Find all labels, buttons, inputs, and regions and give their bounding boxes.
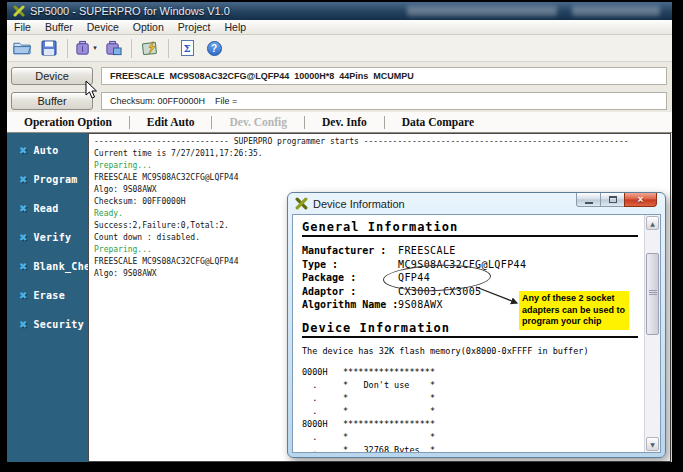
info-row-label: Adaptor :	[302, 285, 398, 299]
floppy-disk-icon	[41, 40, 57, 56]
general-information-heading: General Information	[302, 220, 644, 234]
buffer-button[interactable]: Buffer	[11, 92, 93, 110]
sidebar-item-label: Erase	[33, 290, 65, 301]
open-file-button[interactable]	[10, 37, 34, 60]
xeltek-x-icon: ✖	[19, 319, 27, 330]
dialog-logo-icon	[295, 197, 308, 210]
info-row: Manufacturer : FREESCALE	[302, 244, 644, 258]
scrollbar-thumb[interactable]	[646, 253, 659, 335]
help-question-icon: ?	[207, 41, 222, 56]
sidebar-item-label: Verify	[33, 232, 71, 243]
memory-map-line: . * Don't use *	[302, 379, 644, 392]
device-info-well: FREESCALE MC9S08AC32CFG@LQFP44 10000H*8 …	[101, 67, 667, 85]
scroll-down-button[interactable]: ▼	[646, 437, 659, 451]
save-buffer-button[interactable]	[37, 37, 61, 60]
sidebar-item-label: Read	[33, 203, 58, 214]
sidebar-function-item[interactable]: ✖ Security	[7, 316, 88, 332]
checksum-text: Checksum: 00FF0000H File =	[110, 96, 237, 106]
toolbar: ▾ Σ ?	[7, 35, 672, 62]
checksum-button[interactable]: Σ	[175, 37, 199, 60]
device-chip-save-icon	[105, 40, 122, 56]
log-line: Current time is 7/27/2011,17:26:35.	[94, 148, 670, 160]
tab[interactable]: Dev. Config	[212, 116, 305, 129]
auto-device-button[interactable]	[101, 37, 125, 60]
info-row-label: Algorithm Name :	[302, 298, 398, 312]
memory-map: 0000H ****************** . * Don't use *…	[302, 366, 644, 453]
app-logo-icon	[13, 5, 25, 17]
sidebar-item-label: Auto	[33, 145, 58, 156]
maximize-icon	[609, 196, 617, 203]
close-icon: ×	[638, 195, 644, 205]
tab[interactable]: Edit Auto	[130, 116, 213, 129]
menu-item[interactable]: Help	[217, 20, 253, 34]
section-divider	[302, 235, 638, 237]
close-button[interactable]: ×	[624, 193, 657, 207]
dialog-body: General Information Manufacturer : FREES…	[292, 214, 661, 453]
device-row: Device FREESCALE MC9S08AC32CFG@LQFP44 10…	[7, 62, 672, 88]
tab-bar: Operation Option Edit Auto Dev. Config D…	[7, 112, 672, 133]
sidebar-function-item[interactable]: ✖ Program	[7, 171, 88, 187]
socket-adapter-note: Any of these 2 socket adapters can be us…	[519, 291, 629, 330]
dialog-content: General Information Manufacturer : FREES…	[293, 215, 644, 452]
buffer-row: Buffer Checksum: 00FF0000H File =	[7, 88, 672, 112]
memory-map-line: 8000H ******************	[302, 418, 644, 431]
menu-item[interactable]: File	[7, 20, 38, 34]
dropdown-arrow-icon: ▾	[93, 44, 97, 52]
settings-lightning-icon	[141, 40, 159, 56]
app-titlebar: SP5000 - SUPERPRO for Windows V1.0	[7, 2, 672, 20]
memory-map-line: . * *	[302, 431, 644, 444]
sidebar-function-item[interactable]: ✖ Blank_Check	[7, 258, 88, 274]
maximize-button[interactable]	[600, 193, 625, 207]
sidebar-item-label: Program	[33, 174, 77, 185]
dialog-title: Device Information	[313, 198, 405, 210]
xeltek-x-icon: ✖	[19, 261, 27, 272]
sidebar-function-item[interactable]: ✖ Erase	[7, 287, 88, 303]
sidebar-function-item[interactable]: ✖ Auto	[7, 142, 88, 158]
sidebar-function-item[interactable]: ✖ Verify	[7, 229, 88, 245]
function-sidebar: ✖ Auto ✖ Program ✖ Read ✖	[7, 133, 88, 462]
sidebar-item-label: Security	[33, 319, 84, 330]
tab[interactable]: Dev. Info	[305, 116, 385, 129]
info-row-label: Manufacturer :	[302, 244, 398, 258]
section-divider	[302, 336, 638, 338]
sidebar-function-item[interactable]: ✖ Read	[7, 200, 88, 216]
menu-item[interactable]: Device	[80, 20, 126, 34]
edit-config-button[interactable]	[138, 37, 162, 60]
memory-map-line: . * *	[302, 392, 644, 405]
help-button[interactable]: ?	[202, 37, 226, 60]
toolbar-separator	[131, 39, 132, 58]
xeltek-x-icon: ✖	[19, 232, 27, 243]
menu-item[interactable]: Project	[171, 20, 218, 34]
open-folder-icon	[13, 40, 32, 56]
sigma-document-icon: Σ	[181, 40, 194, 56]
xeltek-x-icon: ✖	[19, 203, 27, 214]
minimize-icon	[585, 202, 593, 204]
mouse-cursor-icon	[84, 80, 98, 100]
log-line: ---------------------------- SUPERPRO pr…	[94, 136, 670, 148]
xeltek-x-icon: ✖	[19, 290, 27, 301]
device-button[interactable]: Device	[11, 67, 93, 85]
select-device-button[interactable]: ▾	[74, 37, 98, 60]
device-chip-icon	[75, 40, 92, 56]
minimize-button[interactable]	[576, 193, 601, 207]
info-row-value: FREESCALE	[398, 244, 456, 258]
dialog-scrollbar[interactable]: ▲ ▼	[644, 215, 660, 452]
tab[interactable]: Data Compare	[385, 116, 491, 129]
tab[interactable]: Operation Option	[7, 116, 130, 129]
info-row-label: Type :	[302, 258, 398, 272]
toolbar-separator	[67, 39, 68, 58]
menu-bar: File Buffer Device Option Project Help	[7, 20, 672, 35]
device-description: The device has 32K flash memory(0x8000-0…	[302, 345, 644, 357]
memory-map-line: . * 32768 Bytes *	[302, 444, 644, 453]
toolbar-separator	[168, 39, 169, 58]
redacted-text-blur	[407, 6, 557, 16]
scroll-up-button[interactable]: ▲	[646, 216, 659, 230]
menu-item[interactable]: Buffer	[38, 20, 80, 34]
menu-item[interactable]: Option	[126, 20, 171, 34]
buffer-info-well: Checksum: 00FF0000H File =	[101, 92, 667, 110]
dialog-window-controls: ×	[576, 193, 657, 207]
info-row-value: 9S08AWX	[398, 298, 443, 312]
memory-map-line: . * *	[302, 405, 644, 418]
window-title: SP5000 - SUPERPRO for Windows V1.0	[30, 5, 230, 17]
memory-map-line: 0000H ******************	[302, 366, 644, 379]
